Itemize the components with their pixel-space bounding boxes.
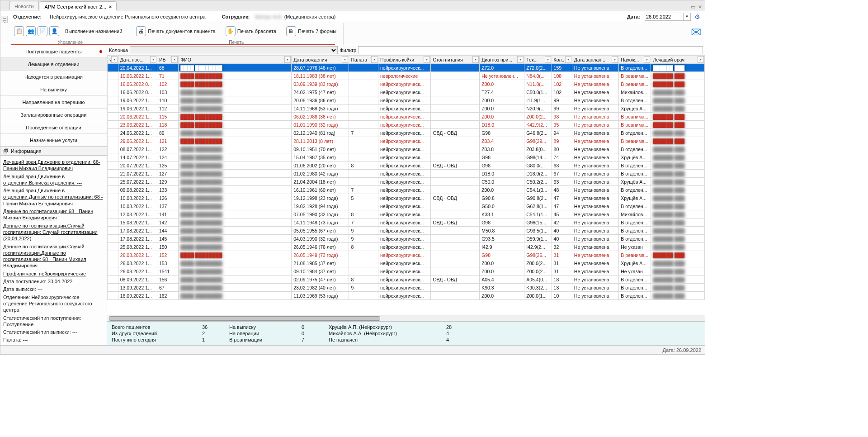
- info-link[interactable]: Профили коек: нейрохирургические: [3, 271, 86, 276]
- column-header[interactable]: Дата рождения▾: [292, 56, 349, 64]
- action-icon-1[interactable]: 📋: [14, 26, 24, 36]
- table-row[interactable]: 26.08.2022 1...152████ ████████26.05.194…: [108, 251, 705, 259]
- grid-scroll[interactable]: И▾Дата пос...▾ИБ▾ФИО▾Дата рождения▾Палат…: [107, 55, 705, 315]
- filter-input[interactable]: [358, 46, 703, 54]
- info-link[interactable]: Лечащий врач.Движение в отделении: 68-Па…: [3, 159, 100, 171]
- table-row[interactable]: 08.07.2022 1...122████ ████████09.10.195…: [108, 145, 705, 153]
- column-header[interactable]: ИБ▾: [157, 56, 178, 64]
- tab-news[interactable]: Новости: [9, 1, 39, 10]
- column-select[interactable]: [130, 46, 338, 54]
- tab-arm[interactable]: АРМ Сестринский пост 2... ×: [40, 1, 117, 10]
- nav-item-0[interactable]: Поступающие пациенты: [0, 45, 107, 58]
- table-row[interactable]: 14.07.2022 1...124████ ████████15.04.198…: [108, 153, 705, 162]
- date-dropdown-icon[interactable]: ▼: [684, 13, 691, 21]
- table-row[interactable]: 10.08.2022 1...126████ ████████19.12.199…: [108, 194, 705, 202]
- table-row[interactable]: 19.06.2022 1...110████ ████████20.08.193…: [108, 96, 705, 104]
- table-row[interactable]: 19.06.2022 1...112████ ████████14.11.196…: [108, 104, 705, 113]
- print-form7-button[interactable]: 🗎Печать 7 формы: [282, 24, 340, 38]
- table-row[interactable]: 08.09.2022 1...156████ ████████02.09.197…: [108, 276, 705, 284]
- cell: нейрохирургическ...: [378, 137, 431, 145]
- column-filter-icon[interactable]: ▾: [644, 56, 650, 63]
- column-header[interactable]: Нахож...▾: [619, 56, 651, 64]
- column-filter-icon[interactable]: ▾: [517, 56, 524, 63]
- table-row[interactable]: 23.06.2022 1...118████ ████████01.01.199…: [108, 121, 705, 129]
- action-icon-3[interactable]: 📄: [38, 26, 47, 36]
- table-row[interactable]: 10.08.2022 1...137████ ████████19.02.192…: [108, 202, 705, 210]
- action-icon-4[interactable]: 👤: [49, 26, 59, 36]
- column-filter-icon[interactable]: ▾: [472, 56, 479, 63]
- date-input[interactable]: [645, 13, 684, 21]
- column-filter-icon[interactable]: ▾: [545, 56, 551, 63]
- info-link[interactable]: Данные по госпитализации: 68 - Панин Мих…: [3, 209, 93, 220]
- column-header[interactable]: Стол питания▾: [431, 56, 480, 64]
- column-filter-icon[interactable]: ▾: [171, 56, 178, 63]
- nav-item-3[interactable]: На выписку: [0, 83, 107, 96]
- info-link[interactable]: Данные по госпитализации.Случай госпитал…: [3, 244, 86, 269]
- table-row[interactable]: 29.06.2022 1...121████ ████████28.11.201…: [108, 137, 705, 145]
- column-header[interactable]: Дата заплан...▾: [572, 56, 618, 64]
- tab-close-icon[interactable]: ×: [109, 4, 112, 10]
- column-header[interactable]: Лечащий врач▾: [651, 56, 705, 64]
- cell: Не установлена: [572, 202, 618, 210]
- table-row[interactable]: 12.08.2022 1...141████ ████████07.05.199…: [108, 210, 705, 218]
- nav-item-7[interactable]: Назначенные услуги: [0, 134, 107, 147]
- column-header[interactable]: Кол...▾: [552, 56, 572, 64]
- print-bracelet-button[interactable]: ✋Печать браслета: [222, 24, 280, 38]
- table-row[interactable]: 16.06.2022 0...103████ ████████24.02.197…: [108, 88, 705, 96]
- nav-item-1[interactable]: Лежащие в отделении: [0, 58, 107, 71]
- column-header[interactable]: Диагноз при...▾: [480, 56, 524, 64]
- column-header[interactable]: ФИО▾: [179, 56, 292, 64]
- column-header[interactable]: Профиль койки▾: [378, 56, 431, 64]
- column-filter-icon[interactable]: ▾: [150, 56, 156, 63]
- action-icon-2[interactable]: 👥: [26, 26, 36, 36]
- column-header[interactable]: Тек...▾: [524, 56, 552, 64]
- table-row[interactable]: 26.08.2022 1...1541████ ████████09.10.19…: [108, 267, 705, 276]
- table-row[interactable]: 20.04.2022 1...68████ ████████28.07.1976…: [108, 64, 705, 72]
- table-row[interactable]: 25.07.2022 1...129████ ████████21.04.200…: [108, 178, 705, 186]
- column-header[interactable]: Палата▾: [349, 56, 378, 64]
- table-row[interactable]: 21.07.2022 1...127████ ████████01.02.198…: [108, 170, 705, 178]
- table-row[interactable]: 17.08.2022 1...145████ ████████04.03.199…: [108, 235, 705, 243]
- table-row[interactable]: 09.08.2022 1...133████ ████████16.10.196…: [108, 186, 705, 194]
- column-header[interactable]: Дата пос...▾: [118, 56, 157, 64]
- nav-item-6[interactable]: Проведенные операции: [0, 121, 107, 134]
- table-row[interactable]: 16.06.2022 0...102████ ████████03.09.193…: [108, 80, 705, 88]
- settings-gear-icon[interactable]: ⚙: [694, 13, 700, 20]
- cell: нейрохирургическ...: [378, 121, 431, 129]
- table-row[interactable]: 26.08.2022 1...153████ ████████21.08.198…: [108, 259, 705, 267]
- column-header[interactable]: И▾: [108, 56, 118, 64]
- column-filter-icon[interactable]: ▾: [424, 56, 430, 63]
- cell: 67: [552, 170, 572, 178]
- nav-item-5[interactable]: Запланированные операции: [0, 109, 107, 121]
- table-row[interactable]: 20.07.2022 1...125████ ████████01.06.200…: [108, 162, 705, 170]
- info-link[interactable]: Лечащий врач.Движение в отделении.Данные…: [3, 188, 103, 206]
- column-filter-icon[interactable]: ▾: [698, 56, 704, 63]
- table-row[interactable]: 25.08.2022 1...150████ ████████26.05.194…: [108, 243, 705, 251]
- table-row[interactable]: 20.06.2022 1...115████ ████████06.02.198…: [108, 113, 705, 121]
- table-row[interactable]: 17.08.2022 1...144████ ████████05.05.195…: [108, 227, 705, 235]
- cell: [431, 186, 480, 194]
- column-filter-icon[interactable]: ▾: [565, 56, 571, 63]
- table-row[interactable]: 24.06.2022 1...89████ ████████02.12.1940…: [108, 129, 705, 137]
- close-window-icon[interactable]: ✕: [698, 4, 702, 10]
- table-row[interactable]: 16.09.2022 1...162████ ████████11.03.196…: [108, 292, 705, 300]
- column-filter-icon[interactable]: ▾: [111, 56, 118, 63]
- column-filter-icon[interactable]: ▾: [284, 56, 291, 63]
- table-row[interactable]: 10.06.2022 1...71████ ████████18.11.1983…: [108, 72, 705, 80]
- print-docs-button[interactable]: 🖨Печать документов пациента: [132, 24, 219, 38]
- column-filter-icon[interactable]: ▾: [342, 56, 348, 63]
- cell: 156: [157, 276, 178, 284]
- column-filter-icon[interactable]: ▾: [371, 56, 377, 63]
- horizontal-scrollbar[interactable]: [107, 315, 705, 321]
- cell: G98: [480, 153, 524, 162]
- nav-item-2[interactable]: Находятся в реанимации: [0, 71, 107, 83]
- table-row[interactable]: 13.09.2022 1...67████ ████████23.02.1982…: [108, 284, 705, 292]
- mail-icon[interactable]: ✉: [691, 25, 701, 40]
- assignments-button[interactable]: Выполнение назначений: [61, 26, 126, 36]
- nav-item-4[interactable]: Направления на операцию: [0, 96, 107, 109]
- restore-window-icon[interactable]: ▭: [691, 4, 695, 10]
- table-row[interactable]: 15.08.2022 1...142████ ████████14.11.194…: [108, 218, 705, 227]
- info-link[interactable]: Данные по госпитализации.Случай госпитал…: [3, 223, 98, 242]
- column-filter-icon[interactable]: ▾: [612, 56, 618, 63]
- info-link[interactable]: Лечащий врач.Движение в отделении.Выписк…: [3, 174, 82, 185]
